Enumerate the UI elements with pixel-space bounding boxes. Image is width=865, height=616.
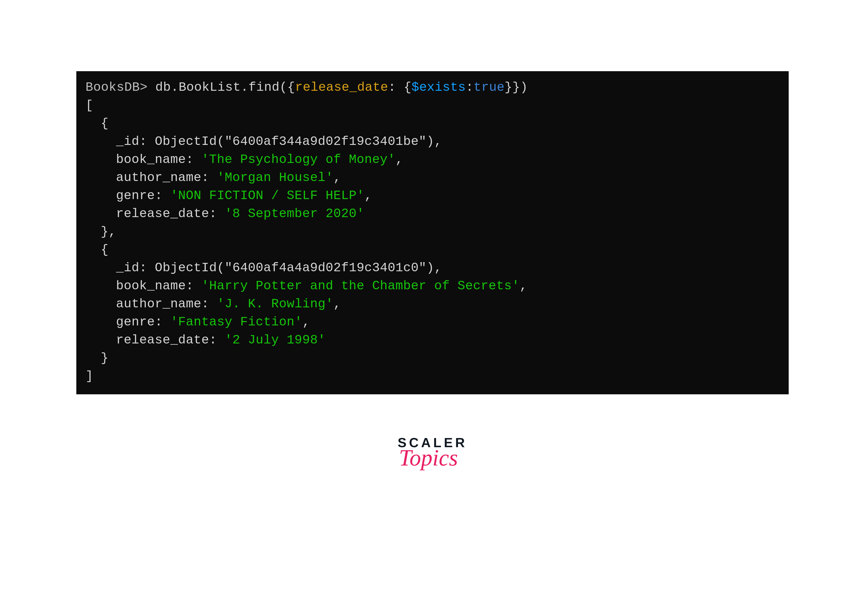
result-object: { bbox=[85, 115, 780, 132]
result-object-close: }, bbox=[85, 223, 780, 241]
output-close-bracket: ] bbox=[85, 367, 780, 385]
command-line[interactable]: BooksDB> db.BookList.find({release_date:… bbox=[85, 78, 780, 96]
result-object: { bbox=[85, 241, 780, 259]
result-row: release_date: '8 September 2020' bbox=[85, 205, 780, 223]
result-row: author_name: 'J. K. Rowling', bbox=[85, 295, 780, 313]
result-row: _id: ObjectId("6400af344a9d02f19c3401be"… bbox=[85, 132, 780, 151]
brand-topics-text: Topics bbox=[397, 447, 468, 476]
output-open-bracket: [ bbox=[85, 96, 780, 115]
query-value: true bbox=[473, 80, 504, 94]
command-text: db.BookList.find({release_date: {$exists… bbox=[156, 80, 528, 94]
shell-prompt: BooksDB> bbox=[85, 80, 148, 94]
result-row: book_name: 'Harry Potter and the Chamber… bbox=[85, 277, 780, 295]
query-operator: $exists bbox=[411, 80, 466, 94]
query-field: release_date bbox=[295, 80, 388, 94]
terminal-window: BooksDB> db.BookList.find({release_date:… bbox=[76, 71, 789, 394]
result-row: _id: ObjectId("6400af4a4a9d02f19c3401c0"… bbox=[85, 259, 780, 277]
svg-text:Topics: Topics bbox=[399, 447, 458, 470]
brand-logo: SCALER Topics bbox=[397, 435, 468, 479]
result-row: genre: 'NON FICTION / SELF HELP', bbox=[85, 187, 780, 205]
result-row: author_name: 'Morgan Housel', bbox=[85, 168, 780, 187]
result-object-close: } bbox=[85, 349, 780, 367]
result-row: book_name: 'The Psychology of Money', bbox=[85, 151, 780, 168]
result-row: genre: 'Fantasy Fiction', bbox=[85, 313, 780, 331]
result-row: release_date: '2 July 1998' bbox=[85, 331, 780, 349]
